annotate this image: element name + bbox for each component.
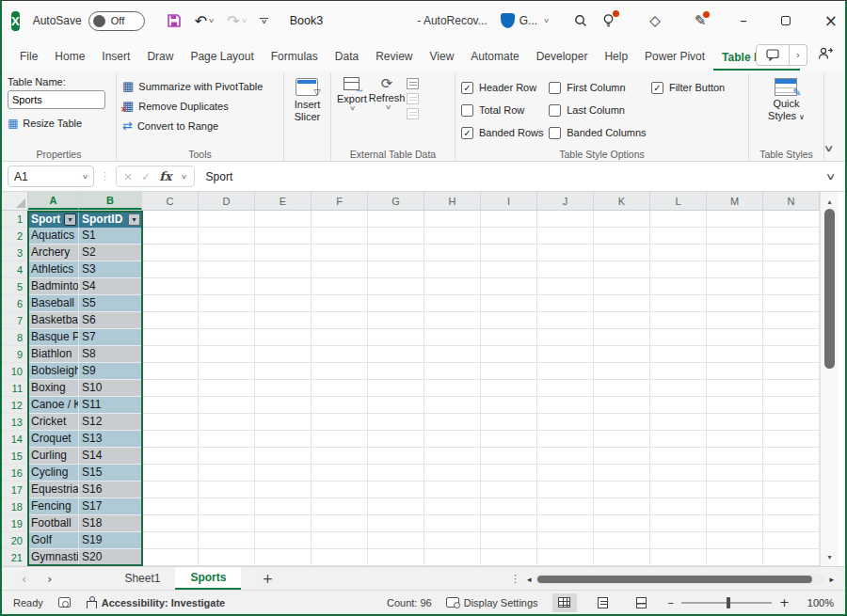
cell-sport[interactable]: Fencing	[28, 498, 79, 515]
empty-cells[interactable]	[142, 498, 820, 515]
sheet-nav-right-icon[interactable]: ›	[47, 572, 52, 586]
tab-power-pivot[interactable]: Power Pivot	[636, 44, 713, 71]
horizontal-scrollbar[interactable]: ◂ ▸	[527, 572, 834, 586]
zoom-level[interactable]: 100%	[804, 597, 834, 608]
option-last-column[interactable]: Last Column	[549, 99, 651, 121]
customize-quick-access-button[interactable]: ∨	[260, 18, 268, 24]
row-header[interactable]: 15	[2, 448, 28, 465]
cell-sportid[interactable]: S18	[79, 515, 142, 532]
table-row[interactable]: 8 Basque Pe S7	[2, 329, 820, 346]
undo-dropdown-icon[interactable]: ∨	[208, 17, 215, 24]
column-header-m[interactable]: M	[707, 192, 763, 210]
column-header-g[interactable]: G	[368, 192, 424, 210]
normal-view-button[interactable]	[552, 593, 577, 612]
column-header-a[interactable]: A	[28, 192, 79, 210]
cell-sportid[interactable]: S14	[79, 448, 142, 465]
table-row[interactable]: 2 Aquatics S1	[2, 228, 820, 245]
share-button[interactable]	[817, 46, 834, 65]
new-sheet-button[interactable]: +	[262, 571, 273, 586]
cell-sportid[interactable]: S5	[79, 295, 142, 312]
cell-sport[interactable]: Bobsleigh	[28, 363, 79, 380]
accessibility-status[interactable]: Accessibility: Investigate	[86, 596, 225, 608]
empty-cells[interactable]	[142, 465, 820, 482]
cell-sportid[interactable]: S1	[79, 228, 142, 245]
cell-sport[interactable]: Cricket	[28, 414, 79, 431]
collapse-ribbon-icon[interactable]: ∨	[823, 143, 834, 153]
autosave-switch[interactable]: Off	[88, 11, 145, 31]
cell-sport[interactable]: Cycling	[28, 465, 79, 482]
checkbox-total-row[interactable]	[461, 104, 473, 117]
table-row[interactable]: 3 Archery S2	[2, 245, 820, 261]
column-header-n[interactable]: N	[763, 192, 820, 210]
checkbox-header-row[interactable]: ✓	[461, 82, 473, 94]
row-header[interactable]: 7	[2, 312, 28, 329]
checkbox-first-column[interactable]	[549, 82, 561, 94]
cell-sportid[interactable]: S15	[79, 465, 142, 482]
table-row[interactable]: 7 Basketbal S6	[2, 312, 820, 329]
row-header[interactable]: 9	[2, 346, 28, 363]
redo-button[interactable]: ↷ ∨	[227, 12, 247, 30]
sheet-bar-more-icon[interactable]: ⋮	[510, 573, 520, 585]
export-button[interactable]: Export ∨	[337, 76, 367, 146]
cell-sport[interactable]: Baseball	[28, 295, 79, 312]
remove-duplicates-button[interactable]: ▦× Remove Duplicates	[122, 96, 278, 116]
name-box-dropdown-icon[interactable]: ∨	[82, 173, 88, 181]
zoom-slider[interactable]	[681, 602, 772, 604]
empty-cells[interactable]	[142, 380, 820, 397]
option-first-column[interactable]: First Column	[549, 76, 651, 99]
cell-sportid[interactable]: S17	[79, 498, 142, 515]
macro-record-button[interactable]	[58, 597, 71, 608]
select-all-button[interactable]	[2, 192, 28, 210]
empty-cells[interactable]	[142, 431, 820, 448]
empty-cells[interactable]	[142, 414, 820, 431]
cell-sportid[interactable]: S9	[79, 363, 142, 380]
cell-sport[interactable]: Biathlon	[28, 346, 79, 363]
sheet-tab-sheet1[interactable]: Sheet1	[109, 567, 175, 590]
expand-formula-bar-icon[interactable]: ∨	[824, 171, 836, 182]
vertical-scroll-thumb[interactable]	[824, 209, 835, 369]
empty-cells[interactable]	[142, 532, 820, 549]
table-row[interactable]: 11 Boxing S10	[2, 380, 820, 397]
column-header-d[interactable]: D	[199, 192, 255, 210]
tab-help[interactable]: Help	[596, 44, 636, 71]
cell-sportid[interactable]: S3	[79, 261, 142, 278]
resize-table-button[interactable]: ▦ Resize Table	[8, 113, 110, 133]
tab-view[interactable]: View	[422, 44, 463, 71]
sensitivity-label-button[interactable]: G... ∨	[501, 13, 549, 28]
cell-sportid[interactable]: S13	[79, 431, 142, 448]
scroll-up-icon[interactable]: ▴	[827, 194, 831, 209]
refresh-button[interactable]: ⟳ Refresh ∨	[369, 76, 406, 146]
cell-sportid[interactable]: S7	[79, 329, 142, 346]
search-button[interactable]	[573, 13, 588, 28]
insert-function-button[interactable]: fx	[159, 169, 171, 183]
cell-sport[interactable]: Basketbal	[28, 312, 79, 329]
cell-sport[interactable]: Croquet	[28, 431, 79, 448]
comments-button[interactable]: ›	[756, 44, 807, 66]
checkbox-banded-columns[interactable]	[549, 127, 561, 139]
empty-cells[interactable]	[142, 329, 820, 346]
column-header-k[interactable]: K	[594, 192, 650, 210]
column-header-f[interactable]: F	[312, 192, 368, 210]
horizontal-scroll-thumb[interactable]	[537, 576, 813, 583]
cell-sportid[interactable]: S20	[79, 549, 142, 566]
close-button[interactable]: ×	[824, 13, 838, 29]
cell-sport[interactable]: Football	[28, 515, 79, 532]
row-header[interactable]: 14	[2, 431, 28, 448]
option-filter-button[interactable]: ✓ Filter Button	[651, 76, 743, 99]
table-row[interactable]: 12 Canoe / Ka S11	[2, 397, 820, 414]
cell-sport[interactable]: Gymnasti	[28, 549, 79, 566]
column-header-i[interactable]: I	[481, 192, 537, 210]
formula-input[interactable]: Sport	[199, 170, 823, 183]
column-header-h[interactable]: H	[424, 192, 481, 210]
table-row[interactable]: 10 Bobsleigh S9	[2, 363, 820, 380]
option-header-row[interactable]: ✓ Header Row	[461, 76, 549, 99]
table-row[interactable]: 19 Football S18	[2, 515, 820, 532]
page-break-view-button[interactable]	[630, 593, 654, 612]
row-header[interactable]: 11	[2, 380, 28, 397]
cell-b1[interactable]: SportID ▾	[79, 211, 142, 228]
summarize-with-pivottable-button[interactable]: ▦ Summarize with PivotTable	[122, 76, 278, 96]
table-row[interactable]: 15 Curling S14	[2, 448, 820, 465]
empty-cells[interactable]	[142, 228, 820, 245]
sheet-nav-left-icon[interactable]: ‹	[22, 572, 26, 586]
empty-cells[interactable]	[142, 448, 820, 465]
